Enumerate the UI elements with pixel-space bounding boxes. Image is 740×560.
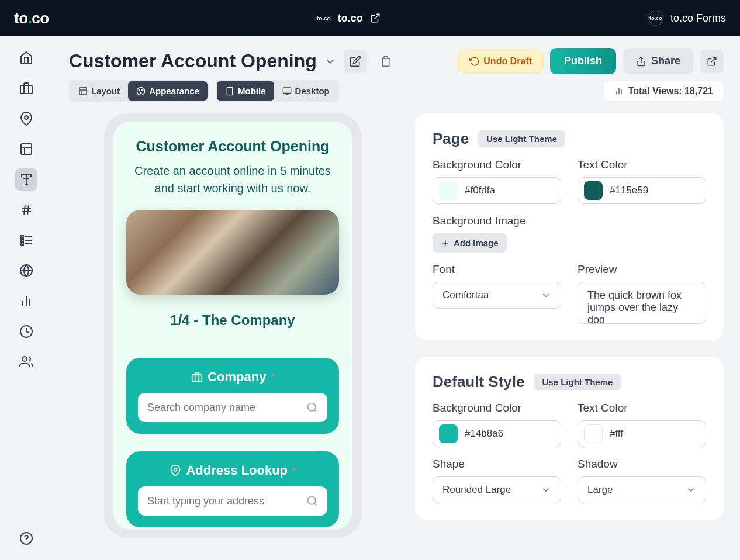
total-views: Total Views: 18,721 bbox=[604, 81, 724, 101]
nav-globe[interactable] bbox=[15, 260, 37, 282]
font-select[interactable]: Comfortaa bbox=[433, 282, 561, 309]
tab-layout[interactable]: Layout bbox=[70, 81, 128, 101]
publish-button[interactable]: Publish bbox=[550, 48, 616, 74]
chevron-down-icon bbox=[541, 290, 551, 300]
svg-line-47 bbox=[314, 503, 317, 506]
tab-appearance-label: Appearance bbox=[149, 86, 199, 96]
text-color-input[interactable]: #115e59 bbox=[578, 177, 706, 204]
font-value: Comfortaa bbox=[442, 289, 489, 301]
search-icon bbox=[306, 495, 318, 507]
shape-label: Shape bbox=[433, 458, 561, 471]
tab-mobile[interactable]: Mobile bbox=[217, 81, 274, 101]
svg-rect-3 bbox=[21, 144, 32, 154]
logo-text2: co bbox=[32, 9, 49, 27]
topbar: to.co to.co to.co to.co to.co Forms bbox=[0, 0, 740, 36]
preview-column: Customer Account Opening Create an accou… bbox=[69, 113, 396, 538]
text-color-label: Text Color bbox=[578, 158, 706, 171]
bg-swatch bbox=[439, 181, 458, 200]
preview-label: Preview bbox=[578, 263, 706, 276]
nav-home[interactable] bbox=[15, 47, 37, 69]
form-title: Customer Account Opening bbox=[126, 138, 339, 155]
default-style-panel: Default Style Use Light Theme Background… bbox=[415, 357, 724, 520]
app-name: to.co Forms bbox=[670, 12, 726, 25]
style-text-value: #fff bbox=[610, 428, 623, 440]
open-external-button[interactable] bbox=[700, 50, 724, 73]
company-label-text: Company bbox=[208, 369, 266, 385]
page-panel-title: Page bbox=[433, 130, 469, 148]
svg-point-22 bbox=[22, 357, 27, 361]
share-button[interactable]: Share bbox=[623, 48, 693, 74]
form-subtitle: Create an account online in 5 minutes an… bbox=[126, 162, 339, 197]
style-panel-title: Default Style bbox=[433, 373, 525, 391]
svg-point-33 bbox=[140, 92, 141, 93]
svg-rect-27 bbox=[79, 88, 87, 95]
tab-layout-label: Layout bbox=[91, 86, 120, 96]
nav-briefcase[interactable] bbox=[15, 77, 37, 99]
address-label: Address Lookup * bbox=[138, 463, 327, 478]
shadow-select[interactable]: Large bbox=[578, 476, 706, 503]
delete-button[interactable] bbox=[374, 50, 397, 73]
external-link-icon[interactable] bbox=[370, 13, 381, 23]
tab-desktop[interactable]: Desktop bbox=[274, 81, 338, 101]
svg-rect-42 bbox=[192, 375, 202, 382]
svg-line-26 bbox=[711, 57, 716, 62]
logo[interactable]: to.co bbox=[14, 9, 49, 27]
svg-line-9 bbox=[27, 205, 29, 215]
content: Customer Account Opening Undo Draft Publ… bbox=[53, 36, 740, 560]
chevron-down-icon bbox=[541, 485, 551, 495]
svg-point-45 bbox=[174, 468, 177, 471]
nav-hash[interactable] bbox=[15, 199, 37, 221]
nav-analytics[interactable] bbox=[15, 290, 37, 312]
nav-forms[interactable] bbox=[15, 168, 37, 191]
tab-appearance[interactable]: Appearance bbox=[128, 81, 208, 101]
svg-rect-34 bbox=[227, 87, 232, 95]
page-panel: Page Use Light Theme Background Color #f… bbox=[415, 113, 724, 340]
style-text-label: Text Color bbox=[578, 402, 706, 414]
svg-point-31 bbox=[139, 89, 140, 91]
device-segment: Mobile Desktop bbox=[216, 80, 339, 102]
svg-point-2 bbox=[25, 116, 28, 119]
nav-history[interactable] bbox=[15, 320, 37, 343]
bg-color-label: Background Color bbox=[433, 158, 561, 171]
tab-desktop-label: Desktop bbox=[295, 86, 330, 96]
style-bg-input[interactable]: #14b8a6 bbox=[433, 420, 561, 447]
address-input[interactable] bbox=[147, 495, 300, 507]
bg-color-input[interactable]: #f0fdfa bbox=[433, 177, 561, 204]
svg-rect-11 bbox=[21, 243, 23, 245]
search-icon bbox=[306, 402, 318, 413]
svg-line-44 bbox=[314, 410, 317, 412]
address-input-wrap[interactable] bbox=[138, 486, 327, 516]
chevron-down-icon[interactable] bbox=[324, 55, 337, 68]
logo-text: to bbox=[14, 9, 28, 27]
phone-screen[interactable]: Customer Account Opening Create an accou… bbox=[113, 122, 352, 530]
svg-rect-14 bbox=[21, 239, 23, 241]
text-color-value: #115e59 bbox=[610, 185, 648, 196]
svg-line-8 bbox=[24, 205, 25, 215]
style-bg-value: #14b8a6 bbox=[465, 428, 503, 440]
header-row: Customer Account Opening Undo Draft Publ… bbox=[69, 48, 724, 74]
company-input-wrap[interactable] bbox=[138, 393, 327, 422]
nav-layout[interactable] bbox=[15, 138, 37, 160]
bg-color-value: #f0fdfa bbox=[465, 185, 495, 196]
shape-select[interactable]: Rounded Large bbox=[433, 476, 561, 503]
svg-point-46 bbox=[308, 497, 316, 504]
total-views-label: Total Views: 18,721 bbox=[628, 86, 713, 96]
toolbar: Layout Appearance Mobile Desktop bbox=[69, 80, 724, 102]
use-light-theme-button[interactable]: Use Light Theme bbox=[478, 130, 565, 147]
add-image-button[interactable]: Add Image bbox=[433, 233, 507, 253]
nav-help[interactable] bbox=[15, 527, 37, 549]
svg-line-0 bbox=[374, 14, 379, 19]
nav-list[interactable] bbox=[15, 229, 37, 251]
app-badge: to.co bbox=[648, 11, 663, 26]
company-card: Company * bbox=[126, 358, 339, 434]
use-light-theme-button-2[interactable]: Use Light Theme bbox=[534, 374, 621, 390]
edit-button[interactable] bbox=[344, 50, 367, 73]
company-input[interactable] bbox=[147, 402, 300, 414]
undo-draft-button[interactable]: Undo Draft bbox=[458, 50, 543, 73]
nav-location[interactable] bbox=[15, 108, 37, 130]
shadow-label: Shadow bbox=[578, 458, 706, 471]
undo-draft-label: Undo Draft bbox=[483, 56, 532, 67]
nav-users[interactable] bbox=[15, 351, 37, 373]
style-text-input[interactable]: #fff bbox=[578, 420, 706, 447]
svg-point-30 bbox=[137, 87, 145, 95]
